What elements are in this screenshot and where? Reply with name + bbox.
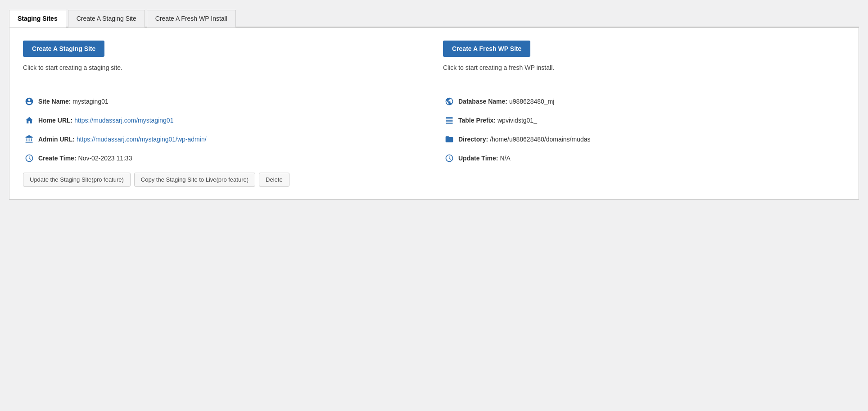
info-left-column: Site Name: mystaging01 Home URL: https:/… (23, 97, 425, 187)
update-time-label: Update Time: (458, 155, 498, 162)
tabs-bar: Staging Sites Create A Staging Site Crea… (9, 9, 859, 27)
table-prefix-row: Table Prefix: wpvividstg01_ (443, 116, 845, 125)
admin-url-link[interactable]: https://mudassarj.com/mystaging01/wp-adm… (77, 136, 207, 143)
home-url-link[interactable]: https://mudassarj.com/mystaging01 (74, 117, 173, 124)
admin-url-row: Admin URL: https://mudassarj.com/mystagi… (23, 135, 425, 144)
directory-value: /home/u988628480/domains/mudas (490, 136, 590, 143)
home-url-icon (23, 116, 36, 125)
home-url-row: Home URL: https://mudassarj.com/mystagin… (23, 116, 425, 125)
create-fresh-description: Click to start creating a fresh WP insta… (443, 64, 845, 71)
update-time-row: Update Time: N/A (443, 154, 845, 163)
create-staging-button[interactable]: Create A Staging Site (23, 41, 104, 57)
create-card: Create A Staging Site Click to start cre… (9, 28, 859, 84)
table-prefix-icon (443, 116, 456, 125)
site-name-icon (23, 97, 36, 106)
tab-staging-sites[interactable]: Staging Sites (9, 10, 66, 27)
action-buttons: Update the Staging Site(pro feature) Cop… (23, 173, 425, 187)
create-time-icon (23, 154, 36, 163)
create-fresh-wp-button[interactable]: Create A Fresh WP Site (443, 41, 530, 57)
site-name-value: mystaging01 (72, 98, 108, 105)
content-area: Create A Staging Site Click to start cre… (9, 27, 859, 200)
site-name-row: Site Name: mystaging01 (23, 97, 425, 106)
create-time-label: Create Time: (38, 155, 77, 162)
tab-create-fresh[interactable]: Create A Fresh WP Install (147, 10, 236, 27)
update-time-value: N/A (500, 155, 510, 162)
update-time-icon (443, 154, 456, 163)
db-name-row: Database Name: u988628480_mj (443, 97, 845, 106)
staging-site-info-card: Site Name: mystaging01 Home URL: https:/… (9, 84, 859, 199)
delete-staging-button[interactable]: Delete (259, 173, 289, 187)
db-name-icon (443, 97, 456, 106)
create-time-value: Nov-02-2023 11:33 (78, 155, 132, 162)
create-fresh-section: Create A Fresh WP Site Click to start cr… (425, 41, 845, 71)
home-url-label: Home URL: (38, 117, 72, 124)
db-name-value: u988628480_mj (509, 98, 554, 105)
create-time-row: Create Time: Nov-02-2023 11:33 (23, 154, 425, 163)
admin-url-icon (23, 135, 36, 144)
page-wrapper: Staging Sites Create A Staging Site Crea… (0, 0, 868, 218)
tab-create-staging[interactable]: Create A Staging Site (68, 10, 145, 27)
create-staging-section: Create A Staging Site Click to start cre… (23, 41, 425, 71)
directory-label: Directory: (458, 136, 488, 143)
directory-row: Directory: /home/u988628480/domains/muda… (443, 135, 845, 144)
create-staging-description: Click to start creating a staging site. (23, 64, 425, 71)
info-right-column: Database Name: u988628480_mj Table Prefi… (425, 97, 845, 187)
admin-url-label: Admin URL: (38, 136, 75, 143)
table-prefix-label: Table Prefix: (458, 117, 496, 124)
directory-icon (443, 135, 456, 144)
table-prefix-value: wpvividstg01_ (497, 117, 537, 124)
copy-to-live-button[interactable]: Copy the Staging Site to Live(pro featur… (134, 173, 255, 187)
db-name-label: Database Name: (458, 98, 507, 105)
site-name-label: Site Name: (38, 98, 71, 105)
update-staging-button[interactable]: Update the Staging Site(pro feature) (23, 173, 131, 187)
